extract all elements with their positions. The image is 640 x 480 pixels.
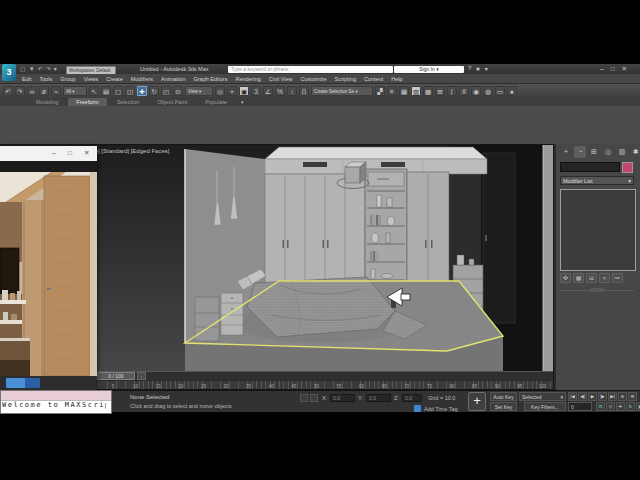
time-slider[interactable]: 0 / 100 › bbox=[89, 371, 554, 380]
select-and-scale-icon[interactable]: ◰ bbox=[161, 86, 171, 96]
photo-maximize-button[interactable]: □ bbox=[68, 149, 72, 156]
set-key-button[interactable]: Set Key bbox=[490, 402, 517, 411]
save-icon[interactable]: ▼ bbox=[29, 65, 35, 73]
pin-stack-icon[interactable]: ✜ bbox=[560, 273, 571, 283]
ribbon-tab[interactable]: Modeling bbox=[28, 98, 66, 106]
new-scene-icon[interactable]: ▢ bbox=[20, 65, 26, 73]
remove-modifier-icon[interactable]: × bbox=[599, 273, 610, 283]
toggle-ribbon-icon[interactable]: ▥ bbox=[411, 86, 421, 96]
time-slider-next-button[interactable]: › bbox=[137, 372, 146, 380]
select-and-place-icon[interactable]: ⊙ bbox=[173, 86, 183, 96]
undo-icon[interactable]: ↶ bbox=[3, 86, 13, 96]
select-by-name-icon[interactable]: ▤ bbox=[101, 86, 111, 96]
track-bar[interactable]: 5101520253035404550556065707580859095100 bbox=[89, 380, 554, 390]
ribbon-tab[interactable]: Freeform bbox=[68, 98, 106, 106]
material-editor-icon[interactable]: ◉ bbox=[471, 86, 481, 96]
maximize-viewport-icon[interactable]: ▣ bbox=[636, 402, 640, 411]
photo-minimize-button[interactable]: – bbox=[52, 149, 56, 156]
configure-modifier-sets-icon[interactable]: ≔ bbox=[612, 273, 623, 283]
toggle-layer-explorer-icon[interactable]: ▦ bbox=[399, 86, 409, 96]
menu-item[interactable]: Edit bbox=[18, 76, 35, 82]
x-coordinate-field[interactable]: 0.0 bbox=[330, 394, 355, 402]
listener-text[interactable]: Welcome to MAXScript bbox=[2, 401, 106, 413]
viewcube[interactable] bbox=[333, 153, 373, 193]
zoom-extents-icon[interactable]: ⊡ bbox=[596, 402, 605, 411]
redo-icon[interactable]: ↷ bbox=[15, 86, 25, 96]
selection-lock-icon[interactable] bbox=[300, 394, 308, 402]
auto-key-button[interactable]: Auto Key bbox=[490, 392, 517, 401]
favorites-icon[interactable]: ★ bbox=[475, 65, 480, 72]
next-frame-button[interactable]: |▶ bbox=[598, 392, 607, 401]
toggle-scene-explorer-icon[interactable]: ▩ bbox=[423, 86, 433, 96]
menu-item[interactable]: Graph Editors bbox=[190, 76, 232, 82]
menu-item[interactable]: Views bbox=[80, 76, 103, 82]
zoom-all-icon[interactable]: ⊞ bbox=[628, 392, 637, 401]
photo-window-titlebar[interactable]: – □ ✕ bbox=[0, 146, 97, 161]
ribbon-tab[interactable]: Object Paint bbox=[149, 98, 195, 106]
rollout-grip[interactable] bbox=[590, 288, 604, 292]
menu-item[interactable]: Rendering bbox=[231, 76, 264, 82]
z-coordinate-field[interactable]: 0.0 bbox=[402, 394, 422, 402]
infocenter-caret-icon[interactable]: ▾ bbox=[485, 65, 488, 72]
schematic-view-icon[interactable]: # bbox=[459, 86, 469, 96]
tab-modify[interactable]: ◔ bbox=[574, 146, 586, 158]
key-set-dropdown[interactable]: Selected ▾ bbox=[519, 392, 566, 401]
menu-item[interactable]: Content bbox=[360, 76, 387, 82]
select-and-rotate-icon[interactable]: ↻ bbox=[149, 86, 159, 96]
keyboard-shortcut-override-icon[interactable]: ▣ bbox=[239, 86, 249, 96]
photo-app-icon[interactable] bbox=[6, 378, 40, 388]
zoom-icon[interactable]: ⊕ bbox=[618, 392, 627, 401]
maxscript-mini-listener[interactable]: Welcome to MAXScript bbox=[0, 390, 112, 414]
ribbon-tab[interactable]: Populate bbox=[197, 98, 235, 106]
current-frame-field[interactable]: 0 bbox=[568, 402, 592, 411]
render-setup-icon[interactable]: ◍ bbox=[483, 86, 493, 96]
go-to-end-button[interactable]: ▶| bbox=[608, 392, 617, 401]
tab-utilities[interactable]: ✱ bbox=[630, 146, 640, 158]
selection-filter-dropdown[interactable]: All ▾ bbox=[63, 86, 87, 96]
photo-close-button[interactable]: ✕ bbox=[84, 149, 89, 157]
rectangular-selection-region-icon[interactable]: ▢ bbox=[113, 86, 123, 96]
menu-item[interactable]: Create bbox=[102, 76, 127, 82]
align-icon[interactable]: ≡ bbox=[387, 86, 397, 96]
undo-icon[interactable]: ↶ bbox=[38, 65, 43, 73]
help-icon[interactable]: ? bbox=[468, 65, 471, 72]
app-logo-icon[interactable]: 3 bbox=[2, 64, 16, 81]
maximize-button[interactable]: □ bbox=[611, 65, 615, 73]
menu-item[interactable]: Modifiers bbox=[127, 76, 157, 82]
menu-item[interactable]: Tools bbox=[35, 76, 56, 82]
photo-viewer-window[interactable]: – □ ✕ bbox=[0, 146, 97, 390]
minimize-button[interactable]: – bbox=[600, 65, 604, 73]
menu-item[interactable]: Civil View bbox=[265, 76, 297, 82]
render-production-icon[interactable]: ● bbox=[507, 86, 517, 96]
menu-item[interactable]: Scripting bbox=[331, 76, 360, 82]
infocenter-search-input[interactable]: Type a keyword or phrase bbox=[228, 66, 393, 73]
close-button[interactable]: ✕ bbox=[622, 65, 627, 73]
go-to-start-button[interactable]: |◀ bbox=[568, 392, 577, 401]
named-selection-sets-dropdown[interactable]: Create Selection Se ▾ bbox=[311, 86, 373, 96]
window-crossing-icon[interactable]: ◫ bbox=[125, 86, 135, 96]
sign-in-button[interactable]: Sign In ▾ bbox=[394, 66, 464, 73]
use-pivot-point-center-icon[interactable]: ◎ bbox=[215, 86, 225, 96]
bind-to-space-warp-icon[interactable]: ≈ bbox=[51, 86, 61, 96]
orbit-icon[interactable]: ↻ bbox=[626, 402, 635, 411]
unlink-selection-icon[interactable]: ø bbox=[39, 86, 49, 96]
show-end-result-icon[interactable]: ▦ bbox=[573, 273, 584, 283]
object-color-swatch[interactable] bbox=[622, 162, 633, 173]
play-button[interactable]: ▶ bbox=[588, 392, 597, 401]
snaps-toggle-icon[interactable]: 3 bbox=[251, 86, 261, 96]
rendered-frame-window-icon[interactable]: ▭ bbox=[495, 86, 505, 96]
previous-frame-button[interactable]: ◀| bbox=[578, 392, 587, 401]
pan-icon[interactable]: ✛ bbox=[616, 402, 625, 411]
menu-item[interactable]: Group bbox=[56, 76, 79, 82]
angle-snap-toggle-icon[interactable]: ∠ bbox=[263, 86, 273, 96]
menu-item[interactable]: Customize bbox=[297, 76, 331, 82]
macro-recorder-line[interactable] bbox=[1, 391, 111, 401]
curve-editor-icon[interactable]: ∫ bbox=[447, 86, 457, 96]
reference-coordinate-system-dropdown[interactable]: View ▾ bbox=[185, 86, 213, 96]
tab-motion[interactable]: ◎ bbox=[602, 146, 614, 158]
project-folder-icon[interactable]: ▾ bbox=[54, 65, 57, 73]
open-container-explorer-icon[interactable]: ⊞ bbox=[435, 86, 445, 96]
time-slider-handle[interactable]: 0 / 100 bbox=[97, 372, 135, 380]
ribbon-tab[interactable]: Selection bbox=[109, 98, 148, 106]
object-name-field[interactable] bbox=[560, 162, 620, 172]
